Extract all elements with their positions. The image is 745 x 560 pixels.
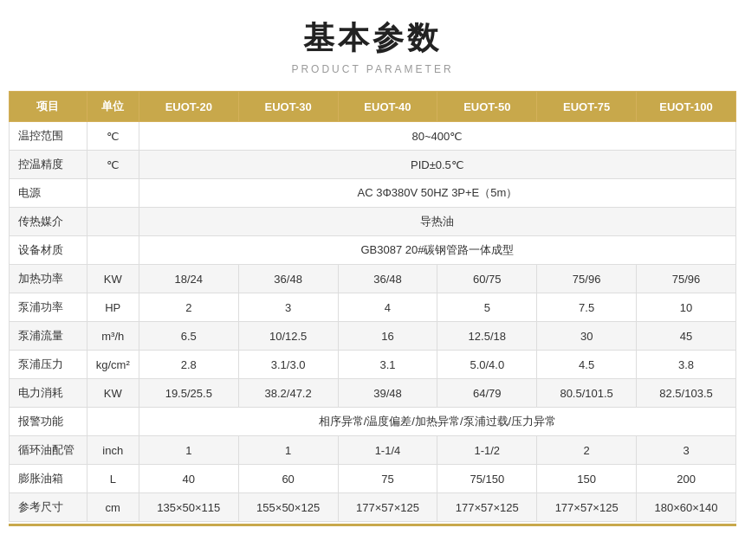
cell-val-11-1: 1 (238, 436, 338, 465)
cell-item-0: 温控范围 (10, 122, 87, 151)
table-row: 设备材质GB3087 20#碳钢管路一体成型 (10, 236, 736, 265)
cell-item-9: 电力消耗 (10, 379, 87, 408)
cell-val-9-2: 39/48 (338, 379, 437, 408)
cell-val-6-5: 10 (637, 293, 736, 322)
cell-val-8-2: 3.1 (338, 351, 437, 379)
col-header-euot40: EUOT-40 (338, 92, 437, 122)
cell-span-2: AC 3Φ380V 50HZ 3P+E（5m） (139, 179, 735, 208)
cell-val-9-1: 38.2/47.2 (238, 379, 338, 408)
cell-val-6-4: 7.5 (537, 293, 637, 322)
cell-span-10: 相序异常/温度偏差/加热异常/泵浦过载/压力异常 (139, 408, 735, 436)
table-row: 传热媒介导热油 (10, 208, 736, 236)
cell-val-12-0: 40 (139, 465, 238, 493)
cell-item-7: 泵浦流量 (10, 322, 87, 351)
cell-unit-1: ℃ (87, 151, 139, 179)
cell-val-7-3: 12.5/18 (437, 322, 537, 351)
cell-val-12-1: 60 (238, 465, 338, 493)
table-row: 控温精度℃PID±0.5℃ (10, 151, 736, 179)
table-row: 泵浦压力kg/cm²2.83.1/3.03.15.0/4.04.53.8 (10, 351, 736, 379)
cell-val-11-0: 1 (139, 436, 238, 465)
cell-val-11-2: 1-1/4 (338, 436, 437, 465)
cell-unit-7: m³/h (87, 322, 139, 351)
cell-val-8-1: 3.1/3.0 (238, 351, 338, 379)
cell-val-9-3: 64/79 (437, 379, 537, 408)
cell-val-5-2: 36/48 (338, 265, 437, 293)
col-header-euot20: EUOT-20 (139, 92, 238, 122)
cell-val-5-5: 75/96 (637, 265, 736, 293)
cell-val-12-4: 150 (537, 465, 637, 493)
cell-val-6-0: 2 (139, 293, 238, 322)
table-row: 参考尺寸cm135×50×115155×50×125177×57×125177×… (10, 493, 736, 522)
col-header-unit: 单位 (87, 92, 139, 122)
cell-val-7-0: 6.5 (139, 322, 238, 351)
cell-unit-3 (87, 208, 139, 236)
cell-unit-2 (87, 179, 139, 208)
cell-val-13-1: 155×50×125 (238, 493, 338, 522)
cell-unit-5: KW (87, 265, 139, 293)
cell-val-7-2: 16 (338, 322, 437, 351)
cell-item-10: 报警功能 (10, 408, 87, 436)
cell-val-6-1: 3 (238, 293, 338, 322)
cell-val-8-3: 5.0/4.0 (437, 351, 537, 379)
cell-val-5-1: 36/48 (238, 265, 338, 293)
cell-val-9-4: 80.5/101.5 (537, 379, 637, 408)
table-row: 报警功能相序异常/温度偏差/加热异常/泵浦过载/压力异常 (10, 408, 736, 436)
cell-item-4: 设备材质 (10, 236, 87, 265)
cell-unit-9: KW (87, 379, 139, 408)
cell-item-13: 参考尺寸 (10, 493, 87, 522)
cell-unit-0: ℃ (87, 122, 139, 151)
cell-item-1: 控温精度 (10, 151, 87, 179)
cell-unit-10 (87, 408, 139, 436)
cell-val-7-1: 10/12.5 (238, 322, 338, 351)
table-row: 泵浦流量m³/h6.510/12.51612.5/183045 (10, 322, 736, 351)
cell-unit-4 (87, 236, 139, 265)
cell-span-1: PID±0.5℃ (139, 151, 735, 179)
cell-item-8: 泵浦压力 (10, 351, 87, 379)
col-header-euot75: EUOT-75 (537, 92, 637, 122)
cell-item-2: 电源 (10, 179, 87, 208)
table-row: 泵浦功率HP23457.510 (10, 293, 736, 322)
cell-span-0: 80~400℃ (139, 122, 735, 151)
cell-val-11-5: 3 (637, 436, 736, 465)
cell-val-9-5: 82.5/103.5 (637, 379, 736, 408)
cell-span-3: 导热油 (139, 208, 735, 236)
cell-val-13-5: 180×60×140 (637, 493, 736, 522)
cell-val-5-4: 75/96 (537, 265, 637, 293)
table-row: 电力消耗KW19.5/25.538.2/47.239/4864/7980.5/1… (10, 379, 736, 408)
col-header-euot100: EUOT-100 (637, 92, 736, 122)
cell-val-12-5: 200 (637, 465, 736, 493)
cell-val-5-0: 18/24 (139, 265, 238, 293)
cell-val-6-2: 4 (338, 293, 437, 322)
cell-val-7-4: 30 (537, 322, 637, 351)
cell-val-11-4: 2 (537, 436, 637, 465)
cell-unit-13: cm (87, 493, 139, 522)
cell-val-13-3: 177×57×125 (437, 493, 537, 522)
table-row: 膨胀油箱L40607575/150150200 (10, 465, 736, 493)
cell-val-12-3: 75/150 (437, 465, 537, 493)
col-header-euot30: EUOT-30 (238, 92, 338, 122)
page-subtitle: PRODUCT PARAMETER (291, 63, 453, 75)
table-row: 电源AC 3Φ380V 50HZ 3P+E（5m） (10, 179, 736, 208)
cell-val-13-4: 177×57×125 (537, 493, 637, 522)
cell-val-9-0: 19.5/25.5 (139, 379, 238, 408)
bottom-line (9, 524, 736, 526)
cell-span-4: GB3087 20#碳钢管路一体成型 (139, 236, 735, 265)
cell-unit-6: HP (87, 293, 139, 322)
cell-val-11-3: 1-1/2 (437, 436, 537, 465)
cell-unit-8: kg/cm² (87, 351, 139, 379)
cell-item-5: 加热功率 (10, 265, 87, 293)
cell-val-8-4: 4.5 (537, 351, 637, 379)
cell-unit-12: L (87, 465, 139, 493)
parameter-table: 项目单位EUOT-20EUOT-30EUOT-40EUOT-50EUOT-75E… (9, 91, 736, 522)
page-title: 基本参数 (303, 17, 442, 60)
cell-unit-11: inch (87, 436, 139, 465)
cell-item-3: 传热媒介 (10, 208, 87, 236)
cell-val-8-5: 3.8 (637, 351, 736, 379)
cell-val-13-2: 177×57×125 (338, 493, 437, 522)
cell-item-12: 膨胀油箱 (10, 465, 87, 493)
cell-val-13-0: 135×50×115 (139, 493, 238, 522)
col-header-item: 项目 (10, 92, 87, 122)
cell-item-6: 泵浦功率 (10, 293, 87, 322)
table-row: 加热功率KW18/2436/4836/4860/7575/9675/96 (10, 265, 736, 293)
cell-item-11: 循环油配管 (10, 436, 87, 465)
